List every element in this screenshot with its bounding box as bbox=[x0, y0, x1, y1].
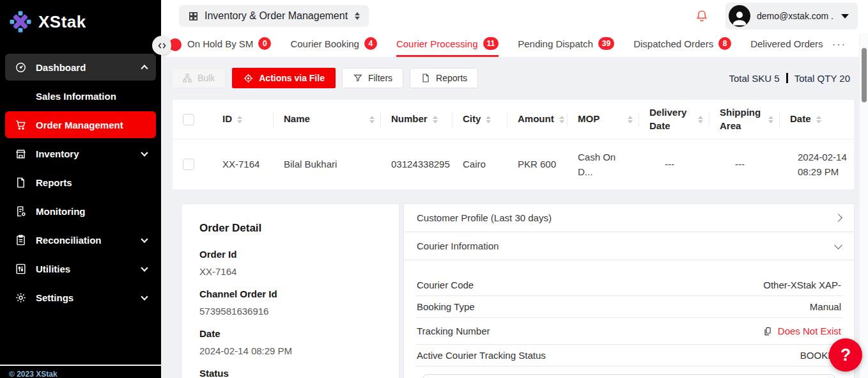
sidebar-item-label: Order Management bbox=[36, 120, 123, 130]
column-header-id[interactable]: ID bbox=[205, 100, 274, 139]
column-label: ID bbox=[222, 113, 232, 125]
tab-label: Pending Dispatch bbox=[518, 38, 593, 49]
sidebar-item-dashboard[interactable]: Dashboard bbox=[5, 54, 156, 81]
active-tracking-row: Active Courier Tracking Status BOOKED bbox=[415, 345, 842, 366]
sidebar-item-sales-information[interactable]: Sales Information bbox=[5, 83, 156, 109]
courier-information-accordion[interactable]: Courier Information bbox=[403, 232, 855, 260]
column-header-amount[interactable]: Amount bbox=[508, 100, 568, 139]
grid-icon bbox=[188, 11, 199, 22]
cell-mop: Cash On D... bbox=[568, 139, 639, 189]
sidebar-item-settings[interactable]: Settings bbox=[5, 284, 156, 311]
total-qty: Total QTY 20 bbox=[794, 73, 850, 84]
tab-label: Courier Processing bbox=[396, 38, 478, 49]
column-label: Shipping Area bbox=[720, 106, 763, 132]
column-label: Amount bbox=[518, 113, 554, 125]
tab-courier-booking[interactable]: Courier Booking 4 bbox=[290, 32, 377, 57]
chevron-down-icon bbox=[141, 149, 148, 156]
file-gear-icon bbox=[14, 205, 27, 217]
order-detail-title: Order Detail bbox=[199, 222, 381, 235]
column-label: MOP bbox=[578, 113, 600, 125]
sort-icon bbox=[433, 116, 438, 123]
table-row[interactable]: XX-7164 Bilal Bukhari 03124338295 Cairo … bbox=[173, 139, 854, 189]
help-button[interactable]: ? bbox=[829, 338, 862, 372]
tab-courier-processing[interactable]: Courier Processing 11 bbox=[396, 32, 499, 57]
scrollbar-thumb[interactable] bbox=[862, 48, 867, 102]
tracking-number-label: Tracking Number bbox=[417, 326, 490, 336]
top-bar: Inventory & Order Management demo@xstak.… bbox=[161, 0, 868, 32]
column-header-number[interactable]: Number bbox=[381, 100, 453, 139]
chevron-right-icon bbox=[834, 214, 842, 222]
tab-pending-dispatch[interactable]: Pending Dispatch 39 bbox=[518, 32, 614, 57]
actions-via-file-label: Actions via File bbox=[259, 73, 325, 83]
select-all-checkbox[interactable] bbox=[183, 114, 194, 125]
logo[interactable]: XStak bbox=[0, 0, 161, 40]
booking-type-row: Booking Type Manual bbox=[415, 296, 842, 318]
sort-icon bbox=[816, 116, 821, 123]
tab-count-badge: 8 bbox=[718, 37, 731, 50]
sort-updown-icon bbox=[355, 12, 360, 20]
column-header-date[interactable]: Date bbox=[780, 100, 854, 139]
sidebar-item-inventory[interactable]: Inventory bbox=[5, 140, 156, 167]
tab-count-badge: 39 bbox=[598, 37, 614, 50]
sidebar-item-reports[interactable]: Reports bbox=[5, 169, 156, 196]
sidebar-item-label: Inventory bbox=[36, 148, 79, 159]
sidebar-item-utilities[interactable]: Utilities bbox=[5, 255, 156, 282]
reports-label: Reports bbox=[436, 73, 467, 83]
row-checkbox[interactable] bbox=[183, 159, 194, 170]
order-status-label: Status bbox=[199, 368, 381, 378]
sidebar-item-order-management[interactable]: Order Management bbox=[5, 111, 156, 138]
account-menu[interactable]: demo@xstak.com . bbox=[725, 3, 858, 29]
tab-dispatched-orders[interactable]: Dispatched Orders 8 bbox=[633, 32, 731, 57]
notification-bell-icon[interactable] bbox=[695, 9, 709, 23]
main-content: Inventory & Order Management demo@xstak.… bbox=[161, 0, 868, 378]
tab-on-hold-by-sm[interactable]: On Hold By SM 0 bbox=[187, 32, 271, 57]
sidebar-item-label: Utilities bbox=[36, 264, 70, 274]
account-email: demo@xstak.com . bbox=[757, 11, 833, 21]
order-date-value: 2024-02-14 08:29 PM bbox=[199, 345, 381, 356]
bulk-button[interactable]: Bulk bbox=[171, 68, 226, 88]
sidebar-nav: Dashboard Sales Information Order Manage… bbox=[0, 54, 161, 311]
sidebar-item-monitoring[interactable]: Monitoring bbox=[5, 198, 156, 224]
tab-label: Delivered Orders bbox=[750, 38, 823, 49]
tabs-overflow-button[interactable]: ··· bbox=[826, 32, 846, 58]
filters-button[interactable]: Filters bbox=[342, 68, 403, 88]
column-label: Name bbox=[284, 113, 310, 125]
chevron-up-icon bbox=[141, 65, 148, 72]
booking-type-label: Booking Type bbox=[417, 301, 475, 312]
copy-icon[interactable] bbox=[763, 326, 773, 336]
app-switcher-button[interactable]: Inventory & Order Management bbox=[179, 5, 369, 27]
column-label: Delivery Date bbox=[649, 106, 693, 132]
courier-code-label: Courier Code bbox=[417, 280, 474, 290]
column-header-name[interactable]: Name bbox=[274, 100, 381, 139]
avatar bbox=[729, 5, 750, 27]
tab-label: On Hold By SM bbox=[187, 38, 253, 49]
orders-table: ID Name Number City Amount MOP bbox=[173, 100, 854, 189]
sort-icon bbox=[768, 116, 773, 123]
sidebar-collapse-toggle[interactable] bbox=[152, 36, 171, 55]
actions-via-file-button[interactable]: Actions via File bbox=[232, 68, 336, 88]
column-header-city[interactable]: City bbox=[453, 100, 508, 139]
cell-id: XX-7164 bbox=[205, 139, 274, 189]
tab-count-badge: 0 bbox=[258, 37, 271, 50]
sitemap-icon bbox=[182, 73, 192, 83]
sidebar-item-reconciliation[interactable]: Reconciliation bbox=[5, 226, 156, 253]
sidebar: XStak Dashboard Sales Information Order … bbox=[0, 0, 161, 378]
order-id-value: XX-7164 bbox=[199, 266, 381, 277]
cart-icon bbox=[14, 118, 27, 131]
column-header-mop[interactable]: MOP bbox=[568, 100, 639, 139]
booking-type-value: Manual bbox=[810, 301, 841, 312]
active-tracking-label: Active Courier Tracking Status bbox=[417, 350, 546, 361]
clipped-bottom-box bbox=[423, 374, 835, 378]
chevron-down-icon bbox=[141, 264, 148, 271]
cell-delivery-date: --- bbox=[639, 139, 709, 189]
column-header-delivery-date[interactable]: Delivery Date bbox=[639, 100, 709, 139]
sidebar-item-label: Monitoring bbox=[36, 206, 85, 217]
total-sku: Total SKU 5 bbox=[729, 73, 780, 84]
reports-button[interactable]: Reports bbox=[410, 68, 478, 88]
vertical-scrollbar[interactable] bbox=[859, 33, 868, 378]
column-header-shipping-area[interactable]: Shipping Area bbox=[709, 100, 780, 139]
sidebar-item-label: Settings bbox=[36, 292, 74, 303]
courier-information-title: Courier Information bbox=[417, 240, 499, 251]
customer-profile-accordion[interactable]: Customer Profile (Last 30 days) bbox=[403, 203, 855, 232]
totals-summary: Total SKU 5 Total QTY 20 bbox=[729, 73, 851, 84]
